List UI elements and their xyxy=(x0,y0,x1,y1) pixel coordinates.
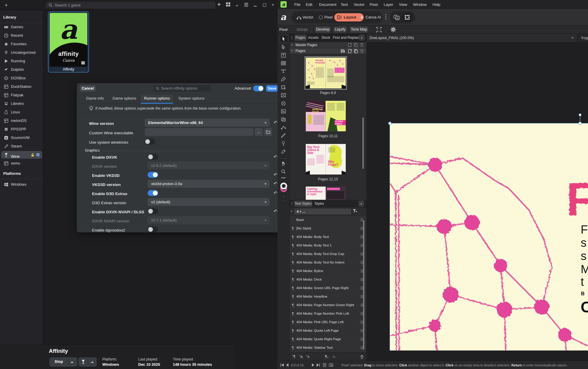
tab-game-info[interactable]: Game info xyxy=(84,95,106,102)
document-canvas[interactable]: F F s s M t B C xyxy=(366,42,588,361)
color-picker-tool[interactable] xyxy=(280,148,288,155)
develop-button[interactable]: Develop xyxy=(315,26,330,33)
table-tool[interactable] xyxy=(280,60,288,67)
sidebar-item-dolphin[interactable]: Dolphin xyxy=(1,66,42,73)
advanced-toggle[interactable] xyxy=(253,85,264,91)
vkd3d-toggle[interactable] xyxy=(148,172,158,178)
marquee-icon[interactable] xyxy=(376,27,382,32)
menu-hamburger-icon[interactable] xyxy=(243,2,250,8)
spread-thumbnail-12-13[interactable]: Big Tech Chose A Side Why Frogs? xyxy=(306,144,346,175)
sidebar-item-uncategorized[interactable]: Uncategorized xyxy=(1,49,42,56)
sidebar-item-flatpak[interactable]: Flatpak xyxy=(1,91,42,99)
spread-caption[interactable]: Pages 12,13 xyxy=(290,177,366,181)
trash-icon[interactable] xyxy=(360,355,364,359)
page-indicator[interactable]: 8,9 of 16 xyxy=(291,363,304,367)
sidebar-item-duckstation[interactable]: DuckStation xyxy=(1,83,42,90)
frame-text-tool[interactable] xyxy=(280,52,288,59)
style-row[interactable]: ¶404 Media: Body Text No Indent☰ xyxy=(290,259,366,267)
add-page-icon[interactable] xyxy=(348,43,352,47)
tab-assets[interactable]: Assets xyxy=(307,35,320,41)
sidebar-item-xemu[interactable]: xemu xyxy=(1,160,42,167)
sidebar-item-dosbox[interactable]: DOSBox xyxy=(1,74,42,82)
tab-pages[interactable]: Pages xyxy=(294,35,307,41)
hand-tool[interactable] xyxy=(280,160,288,167)
place-image-tool[interactable] xyxy=(280,108,288,115)
add-page-icon[interactable] xyxy=(348,49,352,53)
d3d-extras-toggle[interactable] xyxy=(148,190,158,196)
stop-button[interactable]: Stop xyxy=(49,357,77,367)
fill-stroke-swatch[interactable] xyxy=(280,182,288,194)
winetricks-toggle[interactable] xyxy=(145,139,155,145)
tab-stock[interactable]: Stock xyxy=(320,35,331,41)
style-row[interactable]: ¶404 Media: Page Number Green Right☰ xyxy=(290,301,366,309)
pages-section-header[interactable]: ▾ Pages xyxy=(290,48,366,54)
expand-icon[interactable]: ▸ xyxy=(291,209,293,212)
node-editor-tool[interactable] xyxy=(280,124,288,131)
spread-view-icon[interactable] xyxy=(329,363,333,367)
menu-text[interactable]: Text xyxy=(341,2,348,7)
close-button[interactable]: × xyxy=(270,2,276,8)
liquify-button[interactable]: Liquify xyxy=(333,26,347,33)
sidebar-item-recent[interactable]: Recent xyxy=(1,32,42,39)
wine-config-chevron-icon[interactable] xyxy=(91,361,94,363)
sidebar-item-melonds[interactable]: melonDS xyxy=(1,117,42,125)
first-spread-icon[interactable] xyxy=(280,363,285,367)
new-paragraph-style-icon[interactable]: +¶ xyxy=(292,354,295,359)
view-options-chevron-icon[interactable] xyxy=(233,2,240,8)
wine-config-button[interactable] xyxy=(78,357,97,367)
style-row[interactable]: ¶404 Media: Quote Left Page☰ xyxy=(290,327,366,335)
pages-tool[interactable] xyxy=(280,116,288,123)
panel-grip[interactable] xyxy=(291,202,292,206)
current-style-field[interactable]: 4 + ... xyxy=(294,209,351,214)
document-tab[interactable]: ZineLayout_FINAL (100.0%) × xyxy=(366,34,577,42)
style-row[interactable]: ¶404 Media: Quote Right Page☰ xyxy=(290,335,366,343)
style-row[interactable]: Base☰ xyxy=(290,216,366,224)
sidebar-item-scummvm[interactable]: SScummVM xyxy=(1,134,42,142)
move-tool[interactable] xyxy=(280,35,288,43)
sidebar-item-steam[interactable]: Steam xyxy=(1,142,42,150)
tonemap-button[interactable]: Tone Map xyxy=(350,26,368,33)
sidebar-item-windows[interactable]: Windows xyxy=(1,181,42,188)
next-spread-icon[interactable] xyxy=(310,363,315,367)
dgvoodoo2-toggle[interactable] xyxy=(148,227,158,232)
menu-pixel[interactable]: Pixel xyxy=(370,2,378,7)
art-text-tool[interactable] xyxy=(280,68,288,75)
style-row[interactable]: ¶404 Media: Byline☰ xyxy=(290,267,366,275)
menu-window[interactable]: Window xyxy=(413,2,427,7)
d3d-extras-version-select[interactable]: v2 (default) xyxy=(148,198,270,206)
grid-toggle-button[interactable] xyxy=(402,13,412,22)
gear-icon[interactable] xyxy=(390,27,396,32)
panel-options-chevron[interactable]: v xyxy=(359,35,365,41)
new-group-style-icon[interactable]: +s xyxy=(306,354,309,359)
menu-view[interactable]: View xyxy=(399,2,407,7)
ellipse-frame-tool[interactable] xyxy=(280,100,288,107)
game-card-affinity[interactable]: a affinity Canva Affinity xyxy=(48,11,89,73)
style-row[interactable]: ¶404 Media: Body Text Drop Cap☰ xyxy=(290,250,366,258)
close-document-icon[interactable]: × xyxy=(571,36,574,40)
assets-a-icon[interactable]: A xyxy=(393,14,400,20)
menu-vector[interactable]: Vector xyxy=(354,2,365,7)
style-row[interactable]: ¶404 Media: Sidebar Text☰ xyxy=(290,344,366,352)
dxvk-toggle[interactable] xyxy=(148,154,158,160)
page-view-icon[interactable] xyxy=(322,363,327,367)
style-row[interactable]: ¶404 Media: Headline☰ xyxy=(290,293,366,301)
prev-spread-icon[interactable] xyxy=(285,363,290,367)
master-pages-header[interactable]: ▸ Master Pages xyxy=(290,42,366,48)
pages-scrollbar[interactable] xyxy=(363,118,364,169)
style-row[interactable]: ¶404 Media: Body Text☰ xyxy=(290,233,366,241)
zoom-tool[interactable] xyxy=(280,168,288,175)
custom-exe-more-button[interactable]: ... xyxy=(255,128,263,136)
grid-view-icon[interactable] xyxy=(225,2,232,8)
nvapi-toggle[interactable] xyxy=(148,208,158,214)
spread-thumbnail-partial[interactable]: Fighting Surveillance in Style xyxy=(306,187,346,200)
tab-find-replace[interactable]: Find and Replace xyxy=(332,35,361,41)
add-game-button[interactable]: + xyxy=(3,2,9,9)
save-button[interactable]: Save xyxy=(266,85,278,92)
vector-brush-tool[interactable] xyxy=(280,132,288,139)
node-select-tool[interactable] xyxy=(280,43,288,51)
new-character-style-icon[interactable]: +a xyxy=(299,354,303,359)
options-search-input[interactable]: Search Affinity options xyxy=(153,85,211,92)
tab-styles[interactable]: Styles xyxy=(313,201,325,207)
reapply-character-icon[interactable]: a⤷ xyxy=(333,354,336,359)
trash-icon[interactable] xyxy=(360,49,364,53)
